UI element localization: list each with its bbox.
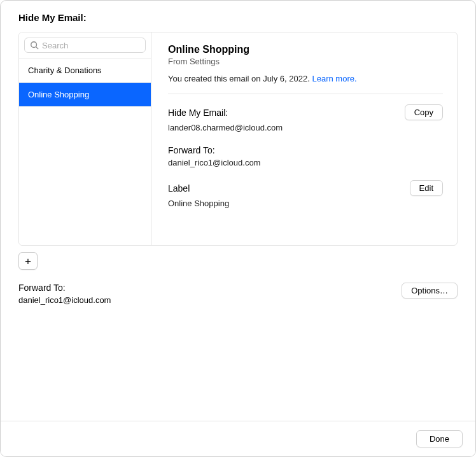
sidebar-item-charity-donations[interactable]: Charity & Donations	[19, 59, 151, 83]
label-field-block: Label Edit Online Shopping	[168, 180, 443, 208]
content-area: Hide My Email: Charity & Donations Onlin…	[1, 1, 475, 421]
search-icon	[30, 41, 39, 50]
settings-window: Hide My Email: Charity & Donations Onlin…	[0, 0, 476, 457]
sidebar: Charity & Donations Online Shopping	[19, 32, 151, 245]
detail-title: Online Shopping	[168, 44, 443, 55]
detail-created-line: You created this email on July 6, 2022. …	[168, 74, 443, 83]
learn-more-link[interactable]: Learn more.	[312, 74, 356, 83]
sidebar-list: Charity & Donations Online Shopping	[19, 59, 151, 245]
main-panel: Charity & Donations Online Shopping Onli…	[18, 32, 458, 246]
page-title: Hide My Email:	[18, 12, 458, 23]
detail-pane: Online Shopping From Settings You create…	[151, 32, 457, 245]
created-prefix: You created this email on	[168, 74, 263, 83]
edit-button[interactable]: Edit	[410, 180, 443, 196]
divider	[168, 94, 443, 94]
sidebar-item-online-shopping[interactable]: Online Shopping	[19, 83, 151, 107]
created-date: July 6, 2022	[263, 74, 307, 83]
copy-button[interactable]: Copy	[405, 104, 443, 120]
label-field-value: Online Shopping	[168, 199, 443, 208]
global-forward-label: Forward To:	[18, 283, 111, 293]
label-field-label: Label	[168, 183, 190, 193]
options-button[interactable]: Options…	[402, 283, 458, 299]
hide-my-email-value: lander08.charmed@icloud.com	[168, 123, 443, 132]
search-wrap	[19, 32, 151, 59]
forward-to-value: daniel_rico1@icloud.com	[168, 158, 443, 167]
below-panel: + Forward To: daniel_rico1@icloud.com Op…	[18, 252, 458, 305]
svg-point-0	[31, 42, 37, 48]
global-forward-value: daniel_rico1@icloud.com	[18, 295, 111, 305]
footer: Done	[1, 421, 475, 456]
global-forward-section: Forward To: daniel_rico1@icloud.com Opti…	[18, 283, 458, 305]
hide-my-email-block: Hide My Email: Copy lander08.charmed@icl…	[168, 104, 443, 132]
forward-to-block: Forward To: daniel_rico1@icloud.com	[168, 145, 443, 167]
search-field[interactable]	[24, 38, 146, 53]
forward-to-label: Forward To:	[168, 145, 215, 155]
add-button[interactable]: +	[18, 252, 38, 270]
detail-subtitle: From Settings	[168, 57, 443, 66]
search-input[interactable]	[42, 41, 140, 50]
hide-my-email-label: Hide My Email:	[168, 108, 228, 118]
svg-line-1	[36, 47, 39, 50]
done-button[interactable]: Done	[416, 430, 463, 447]
global-forward-left: Forward To: daniel_rico1@icloud.com	[18, 283, 111, 305]
plus-icon: +	[25, 256, 31, 267]
